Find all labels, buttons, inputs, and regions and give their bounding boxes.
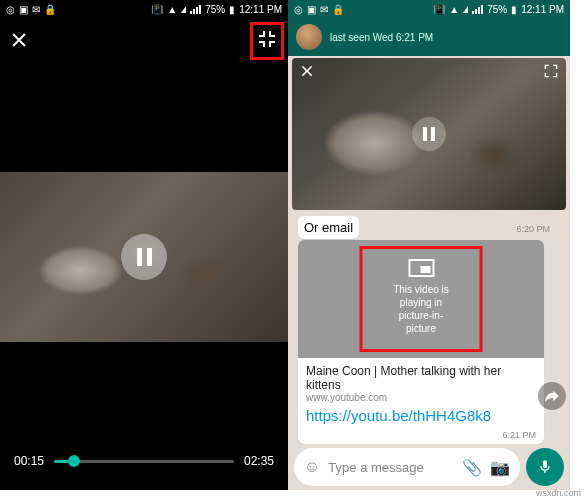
notification-icon: ◎ bbox=[294, 4, 303, 15]
chat-header[interactable]: last seen Wed 6:21 PM bbox=[288, 18, 570, 56]
mail-icon: ✉ bbox=[32, 4, 40, 15]
cell-signal-icon bbox=[472, 5, 483, 14]
battery-icon: ▮ bbox=[229, 4, 235, 15]
seek-thumb[interactable] bbox=[68, 455, 80, 467]
player-top-bar bbox=[0, 18, 288, 62]
clock-text: 12:11 PM bbox=[239, 4, 282, 15]
annotation-highlight-exit-fullscreen bbox=[250, 22, 284, 60]
link-source: www.youtube.com bbox=[306, 392, 536, 403]
attach-icon[interactable]: 📎 bbox=[462, 458, 482, 477]
battery-text: 75% bbox=[487, 4, 507, 15]
close-icon[interactable] bbox=[10, 31, 28, 49]
pip-message-line: This video is playing in bbox=[391, 283, 452, 309]
pause-button[interactable] bbox=[121, 234, 167, 280]
mail-icon: ✉ bbox=[320, 4, 328, 15]
vibrate-icon: 📳 bbox=[433, 4, 445, 15]
message-bubble-incoming[interactable]: Or email bbox=[298, 216, 359, 239]
pip-video-overlay[interactable] bbox=[292, 58, 566, 210]
chat-area[interactable]: Or email 6:20 PM This video is playing i… bbox=[288, 56, 570, 444]
time-total: 02:35 bbox=[244, 454, 274, 468]
close-icon[interactable] bbox=[300, 64, 314, 78]
battery-text: 75% bbox=[205, 4, 225, 15]
input-placeholder: Type a message bbox=[328, 460, 454, 475]
clock-text: 12:11 PM bbox=[521, 4, 564, 15]
wifi-icon: ▲ bbox=[167, 4, 177, 15]
forward-button[interactable] bbox=[538, 382, 566, 410]
status-bar: ◎ ▣ ✉ 🔒 📳 ▲ 75% ▮ 12:11 PM bbox=[0, 0, 288, 18]
signal-icon bbox=[181, 6, 186, 13]
camera-icon[interactable]: 📷 bbox=[490, 458, 510, 477]
phone-left-video-player: ◎ ▣ ✉ 🔒 📳 ▲ 75% ▮ 12:11 PM bbox=[0, 0, 288, 490]
message-timestamp: 6:21 PM bbox=[298, 430, 544, 444]
pip-message-line: picture-in-picture bbox=[391, 309, 452, 335]
last-seen-text: last seen Wed 6:21 PM bbox=[330, 32, 433, 43]
notification-icon: ▣ bbox=[19, 4, 28, 15]
lock-icon: 🔒 bbox=[332, 4, 344, 15]
exit-fullscreen-icon[interactable] bbox=[257, 29, 277, 49]
avatar[interactable] bbox=[296, 24, 322, 50]
watermark-text: wsxdn.com bbox=[536, 488, 581, 498]
mic-button[interactable] bbox=[526, 448, 564, 486]
video-viewport[interactable] bbox=[0, 172, 288, 342]
lock-icon: 🔒 bbox=[44, 4, 56, 15]
link-url[interactable]: https://youtu.be/thHH4G8k8 bbox=[298, 405, 544, 430]
battery-icon: ▮ bbox=[511, 4, 517, 15]
vibrate-icon: 📳 bbox=[151, 4, 163, 15]
pip-icon bbox=[408, 259, 434, 277]
message-timestamp: 6:20 PM bbox=[516, 224, 550, 234]
phone-right-whatsapp: ◎ ▣ ✉ 🔒 📳 ▲ 75% ▮ 12:11 PM last seen Wed… bbox=[288, 0, 570, 490]
message-text: Or email bbox=[304, 220, 353, 235]
pause-button[interactable] bbox=[412, 117, 446, 151]
message-input[interactable]: ☺ Type a message 📎 📷 bbox=[294, 448, 520, 486]
annotation-highlight-pip-message: This video is playing in picture-in-pict… bbox=[360, 246, 483, 352]
link-title: Maine Coon | Mother talking with her kit… bbox=[306, 364, 536, 392]
notification-icon: ◎ bbox=[6, 4, 15, 15]
wifi-icon: ▲ bbox=[449, 4, 459, 15]
time-current: 00:15 bbox=[14, 454, 44, 468]
cell-signal-icon bbox=[190, 5, 201, 14]
progress-bar-row: 00:15 02:35 bbox=[14, 454, 274, 468]
signal-icon bbox=[463, 6, 468, 13]
emoji-icon[interactable]: ☺ bbox=[304, 458, 320, 476]
status-bar: ◎ ▣ ✉ 🔒 📳 ▲ 75% ▮ 12:11 PM bbox=[288, 0, 570, 18]
link-preview-card[interactable]: This video is playing in picture-in-pict… bbox=[298, 240, 544, 444]
seek-track[interactable] bbox=[54, 460, 234, 463]
link-preview-thumbnail: This video is playing in picture-in-pict… bbox=[298, 240, 544, 358]
fullscreen-icon[interactable] bbox=[544, 64, 558, 78]
notification-icon: ▣ bbox=[307, 4, 316, 15]
message-composer: ☺ Type a message 📎 📷 bbox=[288, 444, 570, 490]
